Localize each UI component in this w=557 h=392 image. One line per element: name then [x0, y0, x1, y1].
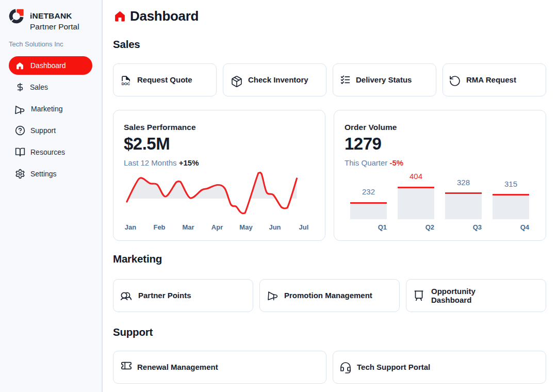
svg-text:DOC: DOC [122, 81, 130, 86]
